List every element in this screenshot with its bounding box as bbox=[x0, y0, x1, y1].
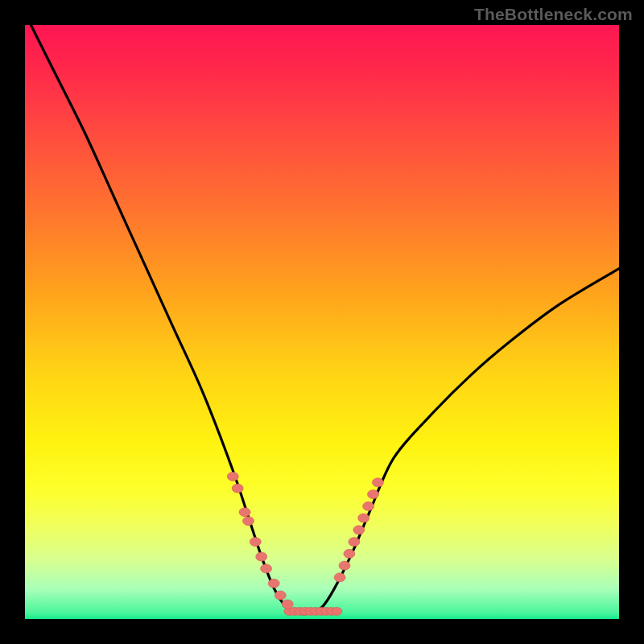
data-marker bbox=[243, 517, 254, 526]
data-marker bbox=[282, 600, 293, 609]
data-marker bbox=[339, 561, 350, 570]
plot-area bbox=[25, 25, 619, 619]
bottleneck-curve bbox=[25, 25, 619, 619]
data-marker bbox=[232, 484, 243, 493]
data-marker bbox=[334, 573, 345, 582]
data-marker bbox=[256, 552, 267, 561]
data-marker bbox=[353, 526, 365, 535]
data-marker bbox=[275, 591, 286, 600]
watermark-text: TheBottleneck.com bbox=[474, 5, 633, 24]
data-marker bbox=[250, 538, 261, 547]
data-marker bbox=[358, 514, 369, 522]
data-marker bbox=[363, 502, 374, 510]
data-marker bbox=[368, 490, 379, 499]
trough-marker bbox=[332, 607, 342, 615]
data-marker bbox=[261, 564, 272, 573]
data-marker bbox=[372, 478, 383, 487]
data-marker bbox=[227, 472, 238, 481]
data-marker bbox=[349, 538, 360, 547]
chart-container: TheBottleneck.com bbox=[0, 0, 644, 644]
data-marker bbox=[268, 579, 279, 588]
data-marker bbox=[239, 508, 250, 517]
data-marker bbox=[344, 549, 355, 558]
